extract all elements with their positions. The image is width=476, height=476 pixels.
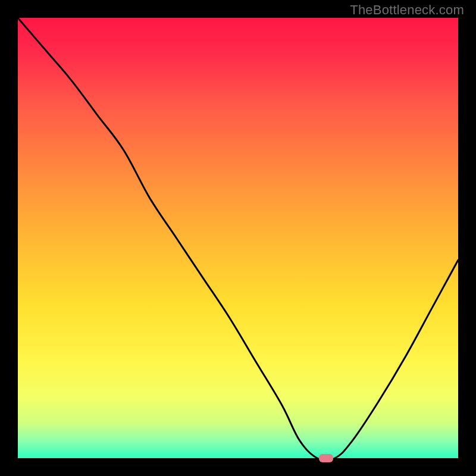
optimal-point-marker xyxy=(319,454,333,462)
chart-container: TheBottleneck.com xyxy=(0,0,476,476)
chart-plot-area xyxy=(18,18,458,458)
watermark-label: TheBottleneck.com xyxy=(350,2,464,18)
bottleneck-chart xyxy=(0,0,476,476)
